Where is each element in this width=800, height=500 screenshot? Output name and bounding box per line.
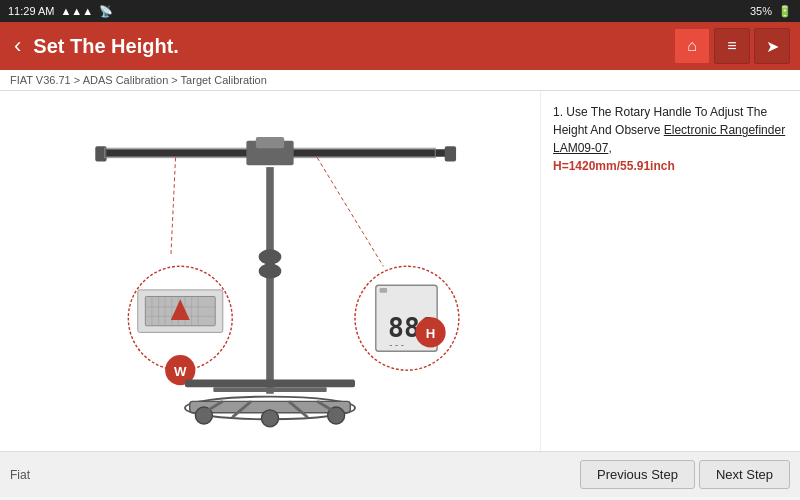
export-button[interactable]: ➤ <box>754 28 790 64</box>
svg-rect-34 <box>185 380 355 388</box>
brand-label: Fiat <box>10 468 30 482</box>
sim-icon: 📡 <box>99 5 113 18</box>
back-button[interactable]: ‹ <box>10 29 25 63</box>
doc-button[interactable]: ≡ <box>714 28 750 64</box>
svg-point-32 <box>259 249 282 264</box>
breadcrumb: FIAT V36.71 > ADAS Calibration > Target … <box>0 70 800 91</box>
svg-rect-2 <box>445 146 456 161</box>
svg-rect-35 <box>213 387 326 392</box>
instructions-panel: 1. Use The Rotary Handle To Adjust The H… <box>540 91 800 451</box>
height-value: H=1420mm/55.91inch <box>553 159 675 173</box>
page-title: Set The Height. <box>33 35 179 58</box>
svg-line-30 <box>317 158 383 267</box>
home-button[interactable]: ⌂ <box>674 28 710 64</box>
footer: Fiat Previous Step Next Step <box>0 451 800 497</box>
status-time: 11:29 AM <box>8 5 54 17</box>
svg-rect-25 <box>380 288 388 293</box>
doc-icon: ≡ <box>727 37 736 55</box>
svg-text:H: H <box>426 326 436 341</box>
battery-percent: 35% <box>750 5 772 17</box>
export-icon: ➤ <box>766 37 779 56</box>
prev-step-button[interactable]: Previous Step <box>580 460 695 489</box>
wifi-icon: ▲▲▲ <box>60 5 93 17</box>
diagram-area: W 888 --- H <box>0 91 540 451</box>
next-step-button[interactable]: Next Step <box>699 460 790 489</box>
svg-point-33 <box>259 263 282 278</box>
header: ‹ Set The Height. ⌂ ≡ ➤ <box>0 22 800 70</box>
svg-line-22 <box>171 158 176 257</box>
breadcrumb-path: FIAT V36.71 > ADAS Calibration > Target … <box>10 74 267 86</box>
svg-rect-31 <box>266 167 274 394</box>
svg-point-39 <box>262 410 279 427</box>
svg-rect-5 <box>256 137 284 148</box>
main-content: W 888 --- H <box>0 91 800 451</box>
svg-text:W: W <box>174 364 187 379</box>
home-icon: ⌂ <box>687 37 697 55</box>
instruction-text: 1. Use The Rotary Handle To Adjust The H… <box>553 103 788 175</box>
status-bar: 11:29 AM ▲▲▲ 📡 35% 🔋 <box>0 0 800 22</box>
calibration-diagram: W 888 --- H <box>10 101 530 441</box>
battery-icon: 🔋 <box>778 5 792 18</box>
svg-text:---: --- <box>388 339 405 350</box>
instruction-text-2: , <box>608 141 611 155</box>
